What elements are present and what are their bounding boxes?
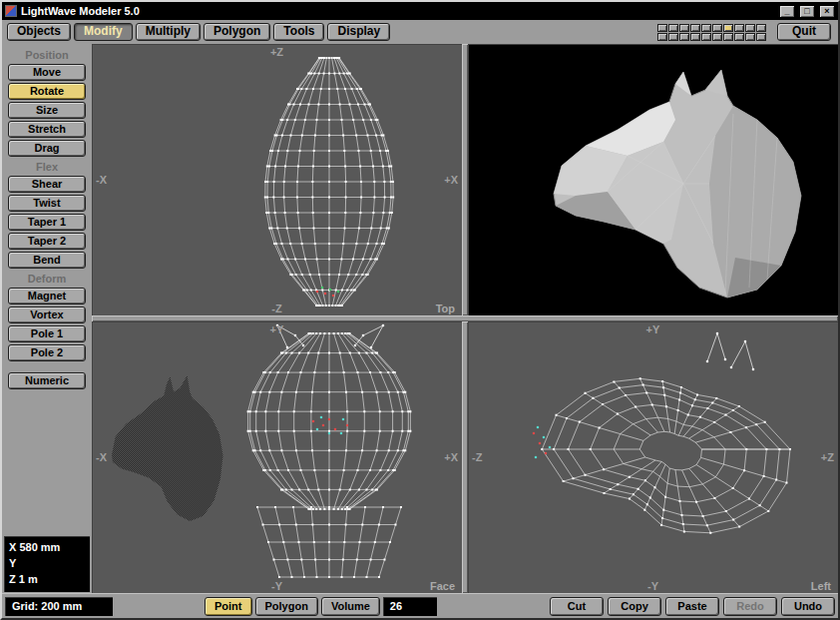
- close-icon[interactable]: ×: [819, 5, 835, 18]
- layer-button-bg-2[interactable]: [668, 33, 678, 41]
- coordinate-readout: X 580 mm Y Z 1 m: [4, 536, 90, 592]
- tool-button-shear[interactable]: Shear: [8, 176, 86, 193]
- tool-button-stretch[interactable]: Stretch: [8, 121, 86, 138]
- tool-button-bend[interactable]: Bend: [8, 252, 86, 269]
- grid-size-readout: Grid: 200 mm: [5, 597, 113, 616]
- undo-button[interactable]: Undo: [781, 597, 835, 616]
- viewport-face-view[interactable]: +Y -X +X -Y Face: [92, 321, 462, 593]
- tab-objects[interactable]: Objects: [7, 23, 71, 41]
- viewport-top-view[interactable]: +Z -X +X -Z Top: [92, 44, 462, 315]
- layer-button-bg-10[interactable]: [756, 33, 766, 41]
- layer-button-bg-3[interactable]: [679, 33, 689, 41]
- layer-button-fg-2[interactable]: [668, 24, 678, 32]
- title-bar[interactable]: LightWave Modeler 5.0 _ □ ×: [2, 2, 838, 20]
- layer-button-bg-4[interactable]: [690, 33, 700, 41]
- section-label-deform: Deform: [28, 273, 67, 285]
- layer-button-fg-10[interactable]: [756, 24, 766, 32]
- tab-display[interactable]: Display: [327, 23, 390, 41]
- layer-button-bg-9[interactable]: [745, 33, 755, 41]
- coord-z: Z 1 m: [9, 571, 85, 587]
- tool-button-vortex[interactable]: Vortex: [8, 307, 86, 323]
- coord-y: Y: [9, 555, 85, 571]
- layer-button-bg-7[interactable]: [723, 33, 733, 41]
- tool-sidebar: Position Move Rotate Size Stretch Drag F…: [2, 44, 92, 593]
- minimize-icon[interactable]: _: [779, 5, 795, 18]
- tool-button-size[interactable]: Size: [8, 102, 86, 119]
- redo-button[interactable]: Redo: [723, 597, 777, 616]
- lightwave-modeler-window: LightWave Modeler 5.0 _ □ × Objects Modi…: [0, 0, 840, 620]
- menu-bar: Objects Modify Multiply Polygon Tools Di…: [2, 20, 838, 44]
- viewport-preview[interactable]: [468, 44, 838, 315]
- coord-x: X 580 mm: [9, 539, 85, 555]
- paste-button[interactable]: Paste: [665, 597, 719, 616]
- layer-button-fg-1[interactable]: [657, 24, 667, 32]
- maximize-icon[interactable]: □: [799, 5, 815, 18]
- viewport-canvas-left[interactable]: [468, 321, 838, 593]
- viewport-grid: +Z -X +X -Z Top +Y -X +X -Y Face: [92, 44, 838, 593]
- app-icon: [5, 5, 17, 17]
- layer-button-bg-8[interactable]: [734, 33, 744, 41]
- layer-selector: [657, 24, 766, 41]
- tool-button-move[interactable]: Move: [8, 64, 86, 81]
- tool-button-taper1[interactable]: Taper 1: [8, 214, 86, 231]
- edit-actions-group: Cut Copy Paste Redo Undo: [550, 597, 835, 616]
- numeric-button[interactable]: Numeric: [8, 372, 86, 389]
- tool-button-magnet[interactable]: Magnet: [8, 288, 86, 305]
- layer-button-fg-5[interactable]: [701, 24, 711, 32]
- layer-button-fg-8[interactable]: [734, 24, 744, 32]
- tab-multiply[interactable]: Multiply: [136, 23, 201, 41]
- layer-button-bg-1[interactable]: [657, 33, 667, 41]
- section-label-position: Position: [25, 49, 68, 61]
- mode-button-polygon[interactable]: Polygon: [255, 597, 318, 616]
- layer-button-fg-4[interactable]: [690, 24, 700, 32]
- layer-button-fg-7[interactable]: [723, 24, 733, 32]
- tool-button-drag[interactable]: Drag: [8, 140, 86, 157]
- selection-count-readout: 26: [383, 597, 437, 616]
- tool-button-pole2[interactable]: Pole 2: [8, 344, 86, 361]
- window-title: LightWave Modeler 5.0: [21, 5, 775, 17]
- layer-button-bg-6[interactable]: [712, 33, 722, 41]
- mode-button-point[interactable]: Point: [205, 597, 252, 616]
- tab-polygon[interactable]: Polygon: [204, 23, 270, 41]
- layer-button-fg-9[interactable]: [745, 24, 755, 32]
- section-label-flex: Flex: [36, 161, 58, 173]
- viewport-canvas-face[interactable]: [92, 321, 462, 593]
- viewport-canvas-preview[interactable]: [468, 44, 838, 315]
- tool-button-twist[interactable]: Twist: [8, 195, 86, 212]
- copy-button[interactable]: Copy: [608, 597, 661, 616]
- layer-button-fg-3[interactable]: [679, 24, 689, 32]
- tab-tools[interactable]: Tools: [273, 23, 324, 41]
- main-area: Position Move Rotate Size Stretch Drag F…: [2, 44, 838, 593]
- cut-button[interactable]: Cut: [550, 597, 604, 616]
- tool-button-pole1[interactable]: Pole 1: [8, 325, 86, 342]
- viewport-canvas-top[interactable]: [92, 44, 462, 315]
- quit-button[interactable]: Quit: [777, 23, 831, 41]
- viewport-left-view[interactable]: +Y -Z +Z -Y Left: [468, 321, 838, 593]
- tab-modify[interactable]: Modify: [74, 23, 133, 41]
- tool-button-rotate[interactable]: Rotate: [8, 83, 86, 100]
- tool-button-taper2[interactable]: Taper 2: [8, 233, 86, 250]
- mode-button-volume[interactable]: Volume: [321, 597, 380, 616]
- layer-button-fg-6[interactable]: [712, 24, 722, 32]
- layer-button-bg-5[interactable]: [701, 33, 711, 41]
- status-bar: Grid: 200 mm Point Polygon Volume 26 Cut…: [2, 593, 838, 618]
